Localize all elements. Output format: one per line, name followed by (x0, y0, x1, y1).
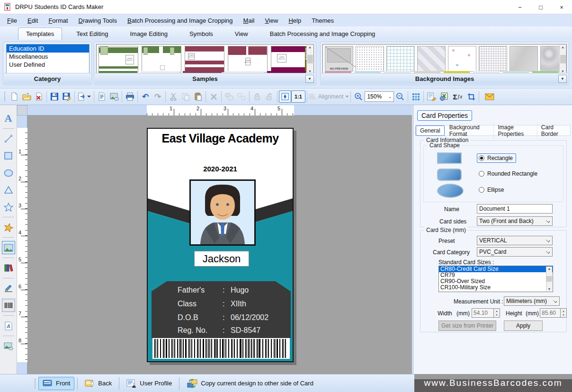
samples-expand-button[interactable]: ▼ (305, 75, 314, 83)
background-thumbnail[interactable] (448, 46, 476, 71)
menu-edit[interactable]: Edit (22, 16, 43, 26)
delete-selection-icon[interactable] (207, 90, 220, 103)
width-spinner[interactable]: ▲▼ (494, 308, 500, 318)
save-as-icon[interactable] (61, 90, 73, 103)
card-field-value[interactable]: XIIth (231, 300, 246, 308)
zoom-out-icon[interactable] (394, 90, 406, 103)
background-thumbnail[interactable] (479, 46, 507, 71)
shape-option-rounded-rectangle[interactable]: Rounded Rectangle (479, 170, 537, 177)
sample-thumbnail[interactable]: USER PHOTO (228, 46, 268, 72)
radio-icon[interactable] (479, 155, 484, 161)
lock-icon[interactable] (251, 90, 263, 103)
data-form-icon[interactable] (425, 90, 438, 103)
formula-icon[interactable]: Σƒx (450, 90, 465, 103)
tab-general[interactable]: General (416, 125, 445, 136)
rectangle-shape-swatch[interactable] (437, 152, 462, 164)
rounded-rectangle-shape-swatch[interactable] (437, 169, 462, 181)
card-session[interactable]: 2020-2021 (148, 165, 293, 173)
back-side-button[interactable]: Back (80, 377, 116, 390)
category-item-user-defined[interactable]: User Defined (7, 61, 89, 69)
preset-select[interactable]: VERTICAL (477, 236, 553, 245)
background-image-tool-icon[interactable] (2, 339, 15, 353)
grid-icon[interactable] (410, 90, 422, 103)
background-thumbnail[interactable] (509, 46, 538, 71)
insert-image-icon[interactable] (108, 90, 120, 103)
tab-card-border[interactable]: Card Border (537, 123, 570, 139)
sample-thumbnail[interactable]: USER PHOTO (271, 46, 311, 72)
tab-text-editing[interactable]: Text Editing (69, 28, 116, 40)
card-field-value[interactable]: SD-8547 (231, 326, 260, 335)
card-category-select[interactable]: PVC_Card (477, 247, 553, 257)
card-field-label[interactable]: Father's (178, 286, 205, 294)
apply-button[interactable]: Apply (504, 321, 543, 331)
category-item-education-id[interactable]: Education ID (7, 45, 89, 53)
design-canvas[interactable]: East Village Academy 2020-2021 Jack (27, 116, 412, 374)
menu-mail[interactable]: Mail (238, 16, 260, 26)
text-tool-icon[interactable]: A (2, 112, 15, 125)
minimize-button[interactable]: − (509, 0, 530, 14)
backgrounds-scrollbar[interactable]: ▲▼ (559, 45, 566, 73)
star-tool-icon[interactable] (2, 200, 15, 214)
barcode-tool-icon[interactable] (2, 299, 15, 312)
scroll-up-icon[interactable]: ▲ (561, 45, 564, 49)
paste-icon[interactable] (192, 90, 204, 103)
export-icon[interactable] (76, 90, 92, 103)
standard-sizes-list[interactable]: CR80-Credit Card Size CR79 CR90-Over Siz… (438, 266, 553, 292)
size-option-cr100[interactable]: CR100-Military Size (439, 285, 553, 291)
card-student-photo[interactable] (189, 179, 256, 246)
height-spinner[interactable]: ▲▼ (561, 308, 567, 318)
card-sides-select[interactable]: Two (Front and Back) (477, 216, 553, 226)
watermark-tool-icon[interactable]: A (2, 319, 15, 332)
measurement-unit-select[interactable]: Milimeters (mm) (504, 296, 560, 306)
user-profile-button[interactable]: User Profile (122, 377, 176, 390)
tab-image-properties[interactable]: Image Properties (494, 123, 537, 139)
rectangle-tool-icon[interactable] (2, 149, 15, 162)
menu-file[interactable]: File (2, 16, 22, 26)
sample-thumbnail[interactable]: USER PHOTO (185, 46, 224, 72)
ungroup-icon[interactable] (235, 90, 248, 103)
card-school-name[interactable]: East Village Academy (148, 132, 293, 145)
scroll-down-icon[interactable]: ▼ (561, 70, 564, 73)
mail-icon[interactable] (483, 90, 496, 103)
card-field-label[interactable]: Reg. No. (178, 326, 207, 335)
redo-icon[interactable]: ↷ (152, 90, 164, 103)
menu-themes[interactable]: Themes (306, 16, 339, 26)
scroll-up-icon[interactable]: ▲ (308, 45, 312, 49)
scroll-thumb[interactable] (546, 276, 552, 282)
card-field-value[interactable]: 06/12/2002 (231, 313, 268, 322)
triangle-tool-icon[interactable] (2, 183, 15, 196)
menu-help[interactable]: Help (283, 16, 306, 26)
line-tool-icon[interactable] (2, 132, 15, 145)
card-field-value[interactable]: Hugo (231, 286, 249, 294)
sizes-scrollbar[interactable]: ▲▼ (546, 267, 552, 291)
toolbar-grip[interactable] (4, 91, 6, 102)
ellipse-tool-icon[interactable] (2, 166, 15, 179)
save-icon[interactable] (48, 90, 61, 103)
menu-batch-processing[interactable]: Batch Processing and Image Cropping (122, 16, 238, 26)
copy-icon[interactable] (179, 90, 192, 103)
close-button[interactable]: × (551, 0, 572, 14)
front-side-button[interactable]: Front (38, 377, 74, 390)
shape-option-rectangle[interactable]: Rectangle (477, 153, 516, 163)
sample-thumbnail[interactable]: USER PHOTO (98, 46, 138, 72)
card-field-label[interactable]: Class (178, 300, 197, 308)
copy-design-button[interactable]: Copy current design to other side of Car… (182, 376, 318, 391)
radio-icon[interactable] (479, 171, 484, 177)
scroll-thumb[interactable] (307, 55, 313, 63)
width-input[interactable] (472, 308, 494, 318)
open-icon[interactable] (20, 90, 33, 103)
cut-icon[interactable] (167, 90, 179, 103)
background-thumbnail-no-preview[interactable]: NO PREVIEW (325, 46, 353, 71)
background-thumbnail[interactable] (386, 46, 415, 71)
scroll-down-icon[interactable]: ▼ (308, 70, 312, 73)
radio-icon[interactable] (479, 187, 484, 193)
actual-size-icon[interactable]: 1:1 (291, 90, 305, 103)
crop-icon[interactable] (465, 90, 477, 103)
category-item-miscellaneous[interactable]: Miscellaneous (7, 53, 89, 61)
custom-shape-tool-icon[interactable] (2, 221, 15, 234)
bottombar-grip[interactable] (34, 378, 36, 389)
get-size-from-printer-button[interactable]: Get size from Printer (438, 321, 496, 331)
tab-templates[interactable]: Templates (18, 27, 62, 40)
alignment-button[interactable]: Alignment (309, 93, 349, 100)
maximize-button[interactable]: □ (530, 0, 551, 14)
